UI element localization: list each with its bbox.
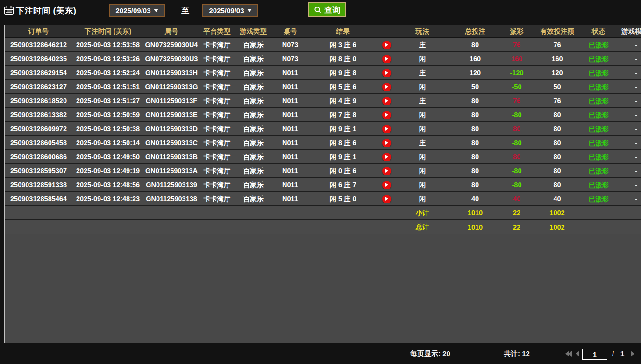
cell-round-no: GN0112590313G <box>143 83 199 91</box>
date-to-value: 2025/09/03 <box>209 7 244 14</box>
cell-round-no: GN01125903139 <box>143 181 199 189</box>
replay-play-icon[interactable] <box>382 55 391 63</box>
cell-replay <box>377 55 395 63</box>
cell-table-no: N011 <box>272 195 308 203</box>
grand-total-row-bet-type: 总计 <box>395 223 449 231</box>
replay-play-icon[interactable] <box>382 139 391 147</box>
cell-platform-type: 卡卡湾厅 <box>199 139 235 147</box>
cell-valid-bet: 80 <box>533 153 582 161</box>
cell-game-type: 百家乐 <box>235 97 272 105</box>
cell-table-no: N011 <box>272 125 308 133</box>
cell-status: 已派彩 <box>582 83 616 91</box>
cell-valid-bet: 76 <box>533 41 582 49</box>
cell-total-bet: 80 <box>449 139 501 147</box>
cell-bet-type: 庄 <box>395 139 449 147</box>
cell-game-mode: - <box>616 153 641 161</box>
cell-replay <box>377 139 395 147</box>
cell-order-no: 250903128605458 <box>5 139 72 147</box>
cell-table-no: N011 <box>272 69 308 77</box>
cell-bet-type: 闲 <box>395 153 449 161</box>
replay-play-icon[interactable] <box>382 41 391 49</box>
cell-bet-time: 2025-09-03 12:53:26 <box>72 55 143 63</box>
grand-total-row-total-bet: 1010 <box>449 224 501 231</box>
prev-page-button[interactable] <box>576 351 579 357</box>
cell-total-bet: 160 <box>449 55 501 63</box>
cell-game-mode: - <box>616 139 641 147</box>
cell-platform-type: 卡卡湾厅 <box>199 125 235 133</box>
cell-result: 闲 8 庄 6 <box>308 139 377 147</box>
cell-payout: 80 <box>501 153 533 161</box>
replay-play-icon[interactable] <box>382 125 391 133</box>
cell-valid-bet: 80 <box>533 139 582 147</box>
table-empty-area <box>5 234 641 343</box>
header-total-bet: 总投注 <box>449 27 501 36</box>
page-number-input[interactable] <box>582 349 607 360</box>
header-round-no: 局号 <box>143 27 199 36</box>
cell-replay <box>377 97 395 105</box>
replay-play-icon[interactable] <box>382 195 391 203</box>
replay-play-icon[interactable] <box>382 97 391 105</box>
cell-payout: 76 <box>501 41 533 49</box>
cell-status: 已派彩 <box>582 125 616 133</box>
cell-total-bet: 120 <box>449 69 501 77</box>
cell-game-type: 百家乐 <box>235 41 272 49</box>
replay-play-icon[interactable] <box>382 69 391 77</box>
date-from-select[interactable]: 2025/09/03 <box>109 4 165 17</box>
cell-total-bet: 80 <box>449 125 501 133</box>
cell-replay <box>377 111 395 119</box>
cell-round-no: GN0112590313E <box>143 111 199 119</box>
bet-records-table: 订单号下注时间 (美东)局号平台类型游戏类型桌号结果玩法总投注派彩有效投注额状态… <box>4 25 641 343</box>
cell-game-mode: - <box>616 41 641 49</box>
date-to-select[interactable]: 2025/09/03 <box>202 4 258 17</box>
cell-round-no: GN01125903138 <box>143 195 199 203</box>
cell-status: 已派彩 <box>582 69 616 77</box>
cell-platform-type: 卡卡湾厅 <box>199 55 235 63</box>
cell-bet-time: 2025-09-03 12:50:14 <box>72 139 143 147</box>
cell-status: 已派彩 <box>582 181 616 189</box>
cell-result: 闲 7 庄 8 <box>308 111 377 119</box>
cell-result: 闲 5 庄 6 <box>308 83 377 91</box>
cell-total-bet: 80 <box>449 153 501 161</box>
cell-payout: -80 <box>501 167 533 175</box>
cell-replay <box>377 153 395 161</box>
table-row: 2509031285854642025-09-03 12:48:23GN0112… <box>5 192 641 206</box>
cell-valid-bet: 40 <box>533 195 582 203</box>
cell-bet-time: 2025-09-03 12:53:58 <box>72 41 143 49</box>
replay-play-icon[interactable] <box>382 181 391 189</box>
cell-bet-type: 闲 <box>395 181 449 189</box>
cell-total-bet: 80 <box>449 97 501 105</box>
cell-round-no: GN0112590313D <box>143 125 199 133</box>
replay-play-icon[interactable] <box>382 153 391 161</box>
cell-game-type: 百家乐 <box>235 55 272 63</box>
cell-order-no: 250903128640235 <box>5 55 72 63</box>
cell-total-bet: 80 <box>449 111 501 119</box>
cell-order-no: 250903128618520 <box>5 97 72 105</box>
table-row: 2509031286402352025-09-03 12:53:26GN0732… <box>5 52 641 66</box>
first-page-button[interactable] <box>565 351 572 357</box>
cell-platform-type: 卡卡湾厅 <box>199 153 235 161</box>
cell-game-mode: - <box>616 83 641 91</box>
cell-result: 闲 6 庄 7 <box>308 181 377 189</box>
cell-valid-bet: 80 <box>533 181 582 189</box>
cell-result: 闲 8 庄 0 <box>308 55 377 63</box>
header-payout: 派彩 <box>501 27 533 36</box>
cell-table-no: N011 <box>272 181 308 189</box>
cell-round-no: GN073259030U3 <box>143 55 199 63</box>
replay-play-icon[interactable] <box>382 83 391 91</box>
cell-platform-type: 卡卡湾厅 <box>199 195 235 203</box>
cell-game-mode: - <box>616 181 641 189</box>
query-button[interactable]: 查询 <box>308 2 346 17</box>
cell-valid-bet: 120 <box>533 69 582 77</box>
cell-total-bet: 80 <box>449 167 501 175</box>
replay-play-icon[interactable] <box>382 167 391 175</box>
cell-payout: -80 <box>501 181 533 189</box>
cell-status: 已派彩 <box>582 195 616 203</box>
next-page-button[interactable] <box>631 351 634 357</box>
cell-payout: 160 <box>501 55 533 63</box>
header-table-no: 桌号 <box>272 27 308 36</box>
table-row: 2509031286099722025-09-03 12:50:38GN0112… <box>5 122 641 136</box>
replay-play-icon[interactable] <box>382 111 391 119</box>
cell-bet-type: 庄 <box>395 69 449 77</box>
header-game-mode: 游戏模式 <box>616 27 641 36</box>
cell-status: 已派彩 <box>582 55 616 63</box>
